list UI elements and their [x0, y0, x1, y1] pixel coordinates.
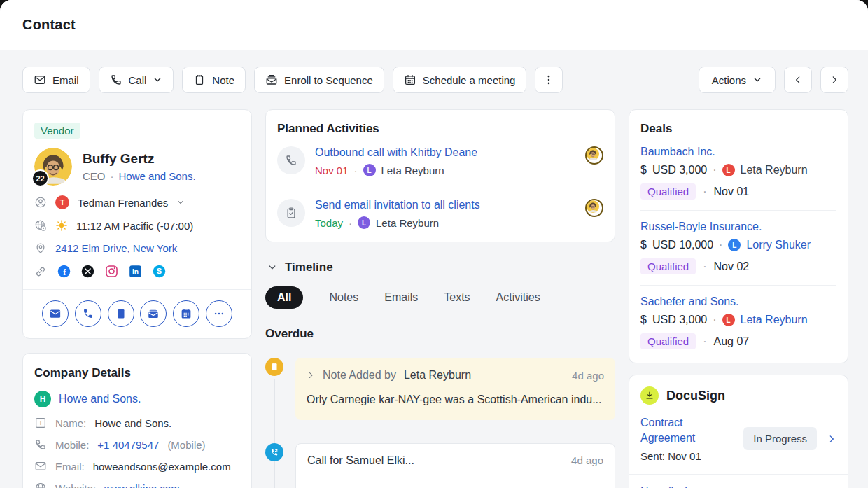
deal-amount: USD 3,000 — [652, 164, 707, 176]
company-website-row: Website: www.elkine.com — [34, 482, 240, 488]
chevron-right-icon[interactable] — [827, 434, 836, 444]
chevron-right-icon — [830, 75, 839, 85]
call-button[interactable]: Call — [99, 67, 174, 93]
content-area: Vendor 22 Buffy Gertz CEO · Howe and Son… — [0, 109, 868, 488]
quick-call-button[interactable] — [75, 300, 102, 327]
expand-chevron-icon[interactable] — [307, 371, 315, 379]
activity-due-date: Nov 01 — [315, 165, 349, 176]
note-card[interactable]: Note Added by Leta Reyburn 4d ago Orly C… — [295, 358, 615, 420]
company-name-value: Howe and Sons. — [94, 417, 172, 429]
deal-item: Baumbach Inc. $ USD 3,000 · L Leta Reybu… — [640, 136, 836, 210]
company-mobile-value[interactable]: +1 40479547 — [97, 439, 159, 451]
deal-stage-badge: Qualified — [640, 258, 696, 274]
person-icon — [34, 196, 47, 209]
enroll-to-sequence-button[interactable]: Enroll to Sequence — [254, 67, 384, 93]
quick-sequence-button[interactable] — [140, 300, 167, 327]
instagram-icon[interactable] — [105, 265, 118, 278]
quick-more-button[interactable] — [206, 300, 232, 327]
currency-symbol: $ — [640, 239, 647, 251]
timeline-title: Timeline — [285, 260, 333, 274]
envelope-icon — [34, 460, 47, 473]
owner-avatar: L — [363, 164, 376, 176]
quick-meeting-button[interactable] — [173, 300, 200, 327]
company-website-link[interactable]: www.elkine.com — [104, 482, 180, 488]
timeline-call-item: Call for Samuel Elki... 4d ago — [265, 443, 615, 488]
deal-close-date: Nov 02 — [714, 260, 750, 273]
activity-item: Send email invitation to all clients Tod… — [277, 188, 603, 240]
document-name-link[interactable]: Contract Agreement — [640, 415, 726, 445]
note-timestamp: 4d ago — [572, 370, 604, 382]
tab-notes[interactable]: Notes — [329, 291, 358, 304]
company-link[interactable]: Howe and Sons. — [59, 393, 141, 405]
linkedin-icon[interactable] — [129, 265, 142, 278]
note-icon — [115, 307, 127, 320]
activity-title-link[interactable]: Send email invitation to all clients — [315, 199, 480, 211]
timeline-note-item: Note Added by Leta Reyburn 4d ago Orly C… — [265, 358, 615, 420]
right-column: Deals Baumbach Inc. $ USD 3,000 · L Leta… — [629, 109, 848, 488]
activity-owner: Leta Reyburn — [376, 217, 439, 229]
deal-name-link[interactable]: Russel-Boyle Insurance. — [640, 221, 836, 233]
timeline-collapse-header[interactable]: Timeline — [267, 260, 615, 274]
owner-avatar: T — [55, 195, 69, 209]
tab-all[interactable]: All — [265, 286, 303, 309]
page-title: Contact — [22, 17, 76, 33]
phone-icon — [110, 74, 122, 86]
quick-note-button[interactable] — [108, 300, 134, 327]
docusign-card: DocuSign Contract Agreement Sent: Nov 01… — [629, 375, 848, 488]
x-twitter-icon[interactable] — [81, 265, 94, 278]
deal-item: Sachefer and Sons. $ USD 3,000 · L Leta … — [640, 285, 836, 360]
actions-button-label: Actions — [712, 74, 746, 86]
left-column: Vendor 22 Buffy Gertz CEO · Howe and Son… — [22, 109, 252, 488]
schedule-meeting-button[interactable]: Schedule a meeting — [393, 67, 527, 93]
quick-actions — [34, 290, 240, 328]
address-link[interactable]: 2412 Elm Drive, New York — [55, 242, 177, 254]
deal-name-link[interactable]: Baumbach Inc. — [640, 146, 836, 158]
note-button[interactable]: Note — [182, 67, 246, 93]
activity-title-link[interactable]: Outbound call with Khitby Deane — [315, 146, 477, 159]
tab-texts[interactable]: Texts — [444, 291, 470, 304]
chevron-down-icon — [267, 263, 277, 272]
note-body: Orly Carnegie kar-NAY-gee was a Scottish… — [307, 391, 604, 409]
company-details-card: Company Details H Howe and Sons. Name: H… — [22, 353, 252, 488]
actions-button[interactable]: Actions — [699, 67, 776, 93]
contact-company-link[interactable]: Howe and Sons. — [119, 170, 196, 182]
next-record-button[interactable] — [820, 67, 848, 93]
previous-record-button[interactable] — [784, 67, 812, 93]
contact-profile: 22 Buffy Gertz CEO · Howe and Sons. — [34, 148, 240, 186]
skype-icon[interactable] — [153, 265, 166, 278]
deal-owner-link[interactable]: Leta Reyburn — [741, 314, 808, 326]
facebook-icon[interactable] — [57, 265, 71, 278]
deals-card: Deals Baumbach Inc. $ USD 3,000 · L Leta… — [629, 109, 848, 363]
toolbar: Email Call Note Enroll to Sequence Sched… — [0, 50, 868, 109]
deal-name-link[interactable]: Sachefer and Sons. — [640, 295, 836, 308]
sequence-icon — [147, 307, 160, 320]
owner-avatar: L — [358, 216, 370, 229]
envelope-icon — [49, 307, 62, 320]
email-button[interactable]: Email — [22, 67, 90, 93]
call-card[interactable]: Call for Samuel Elki... 4d ago — [295, 443, 615, 488]
company-avatar: H — [34, 391, 51, 407]
quick-email-button[interactable] — [42, 300, 69, 327]
company-email-row: Email: howeandsons@example.com — [34, 460, 240, 473]
docusign-icon — [640, 386, 659, 405]
score-badge: 22 — [31, 169, 49, 187]
currency-symbol: $ — [640, 314, 647, 326]
owner-row[interactable]: T Tedman Frenandes — [34, 195, 240, 209]
social-row — [34, 265, 240, 278]
document-status-badge: In Progress — [743, 427, 817, 450]
tab-activities[interactable]: Activities — [496, 291, 540, 304]
docusign-title: DocuSign — [666, 389, 725, 403]
company-name-row: Name: Howe and Sons. — [34, 417, 240, 429]
tab-emails[interactable]: Emails — [384, 291, 418, 304]
deal-owner-avatar: L — [728, 239, 741, 251]
more-options-button[interactable] — [535, 67, 563, 93]
chevron-left-icon — [793, 75, 803, 85]
vendor-tag: Vendor — [34, 123, 80, 139]
note-icon — [193, 74, 206, 86]
deal-owner-link[interactable]: Lorry Shuker — [746, 239, 811, 251]
separator-dot: · — [111, 170, 114, 182]
app-window: Contact Email Call Note Enroll to Sequen… — [0, 0, 868, 488]
contact-name: Buffy Gertz — [83, 151, 196, 167]
call-timestamp: 4d ago — [571, 454, 603, 466]
kebab-icon — [542, 74, 555, 86]
